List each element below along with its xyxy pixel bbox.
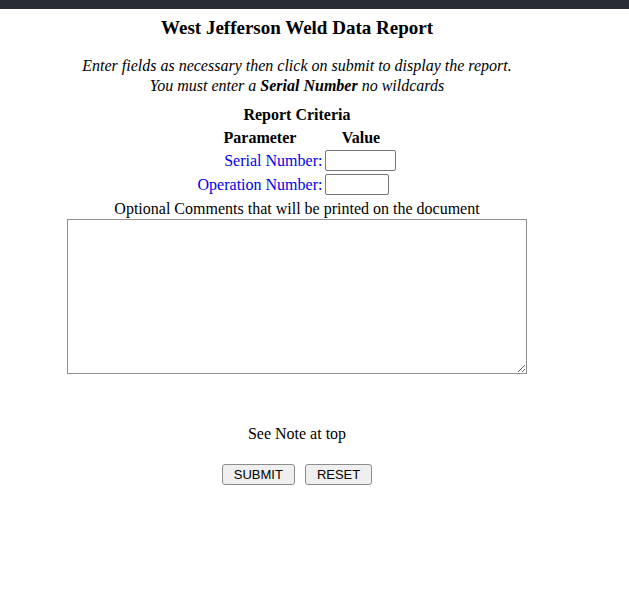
serial-number-input[interactable] <box>325 150 396 171</box>
form-buttons: SUBMIT RESET <box>0 464 594 485</box>
instructions-line-2-emphasis: Serial Number <box>260 77 357 94</box>
operation-number-input[interactable] <box>325 174 389 195</box>
operation-number-label: Operation Number: <box>198 174 323 195</box>
comments-label: Optional Comments that will be printed o… <box>0 200 594 218</box>
instructions-line-2-suffix: no wildcards <box>358 77 445 94</box>
reset-button[interactable]: RESET <box>305 464 372 485</box>
operation-number-row: Operation Number: <box>198 174 397 195</box>
criteria-heading: Report Criteria <box>195 106 400 126</box>
submit-button[interactable]: SUBMIT <box>222 464 295 485</box>
report-form: West Jefferson Weld Data Report Enter fi… <box>0 17 594 485</box>
instructions: Enter fields as necessary then click on … <box>0 56 594 96</box>
note-text: See Note at top <box>0 425 594 443</box>
serial-number-row: Serial Number: <box>198 150 397 171</box>
criteria-table: Report Criteria Parameter Value Serial N… <box>195 106 400 198</box>
page-title: West Jefferson Weld Data Report <box>0 17 594 39</box>
instructions-line-2-prefix: You must enter a <box>150 77 261 94</box>
serial-number-label: Serial Number: <box>198 150 323 171</box>
column-header-parameter: Parameter <box>198 129 323 147</box>
instructions-line-1: Enter fields as necessary then click on … <box>0 56 594 76</box>
comments-textarea[interactable] <box>67 219 527 374</box>
column-header-value: Value <box>325 129 396 147</box>
instructions-line-2: You must enter a Serial Number no wildca… <box>0 76 594 96</box>
top-bar <box>0 0 629 9</box>
criteria-header-row: Parameter Value <box>198 129 397 147</box>
